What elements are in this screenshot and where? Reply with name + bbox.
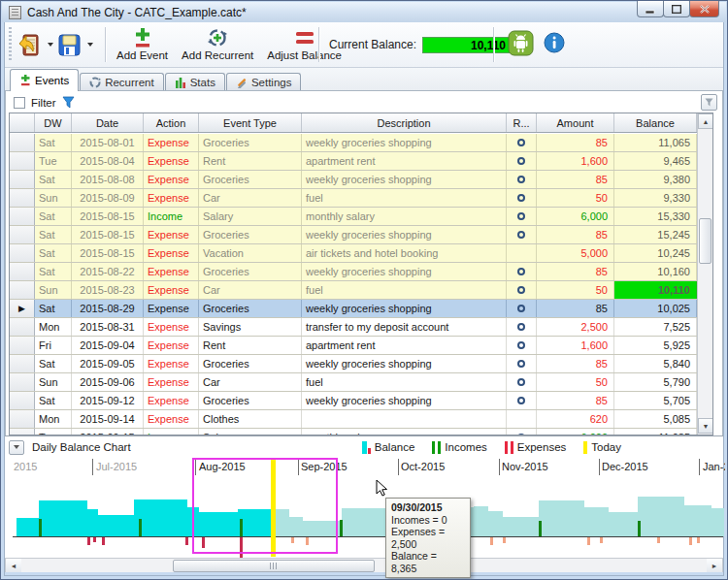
stats-tab-icon xyxy=(175,77,186,88)
table-row[interactable]: Mon2015-09-14ExpenseClothes6205,085 xyxy=(10,410,697,429)
cell-balance: 10,025 xyxy=(614,300,697,317)
row-selector[interactable] xyxy=(10,355,35,372)
table-row[interactable]: Sat2015-09-05ExpenseGroceriesweekly groc… xyxy=(10,355,697,373)
row-selector[interactable] xyxy=(10,410,35,428)
recurrent-icon xyxy=(517,323,525,331)
cell-date: 2015-08-08 xyxy=(72,171,144,188)
row-selector[interactable] xyxy=(10,281,35,299)
col-amount[interactable]: Amount xyxy=(537,113,614,132)
cell-action: Expense xyxy=(144,318,199,336)
table-row[interactable]: ▶Sat2015-08-29ExpenseGroceriesweekly gro… xyxy=(10,300,697,318)
maximize-button[interactable] xyxy=(663,1,690,17)
table-row[interactable]: Tue2015-09-15IncomeSalarymonthly salary6… xyxy=(10,429,697,435)
row-selector[interactable] xyxy=(10,226,35,243)
table-vertical-scrollbar[interactable]: ▲ ▼ xyxy=(697,113,712,435)
table-row[interactable]: Tue2015-08-04ExpenseRentapartment rent1,… xyxy=(10,152,697,171)
table-row[interactable]: Sat2015-08-22ExpenseGroceriesweekly groc… xyxy=(10,263,697,281)
open-dropdown-arrow[interactable] xyxy=(48,43,53,47)
chart-collapse-button[interactable] xyxy=(9,440,24,455)
row-selector[interactable] xyxy=(10,318,35,336)
chart-legend: Balance Incomes Expenses Today xyxy=(362,438,621,456)
minimize-button[interactable] xyxy=(637,1,664,17)
table-row[interactable]: Sat2015-08-15ExpenseVacationair tickets … xyxy=(10,244,697,263)
tab-recurrent[interactable]: Recurrent xyxy=(80,73,164,91)
col-description[interactable]: Description xyxy=(302,113,507,132)
col-recurrent[interactable]: R... xyxy=(507,113,537,132)
row-selector[interactable] xyxy=(10,244,35,262)
chart-selection-box[interactable] xyxy=(192,458,338,554)
filter-checkbox[interactable] xyxy=(14,97,25,109)
chart-plot[interactable]: 2015Jul-2015Aug-2015Sep-2015Oct-2015Nov-… xyxy=(5,458,725,559)
cell-date: 2015-08-09 xyxy=(72,189,144,207)
recurrent-icon xyxy=(517,268,525,275)
col-balance[interactable]: Balance xyxy=(614,113,697,132)
cell-recurrent xyxy=(507,410,537,428)
scroll-down-button[interactable]: ▼ xyxy=(698,418,713,434)
row-selector[interactable] xyxy=(10,337,35,354)
today-swatch-icon xyxy=(583,441,587,454)
month-label: Jan-2 xyxy=(703,461,725,472)
table-row[interactable]: Fri2015-09-04ExpenseRentapartment rent1,… xyxy=(10,337,697,355)
table-row[interactable]: Sun2015-09-06ExpenseCarfuel505,790 xyxy=(10,373,697,392)
row-selector[interactable] xyxy=(10,263,35,280)
cell-recurrent xyxy=(507,318,537,336)
row-selector[interactable] xyxy=(10,134,35,151)
info-button[interactable] xyxy=(544,32,565,57)
toolbar-grip[interactable] xyxy=(9,27,12,62)
col-event-type[interactable]: Event Type xyxy=(199,113,302,132)
table-row[interactable]: Sat2015-08-08ExpenseGroceriesweekly groc… xyxy=(10,171,697,189)
title-bar[interactable]: Cash And The City - CATC_Example.catc* xyxy=(2,2,726,22)
add-event-button[interactable]: Add Event xyxy=(110,23,175,66)
cell-recurrent xyxy=(507,171,537,188)
cell-recurrent xyxy=(507,392,537,409)
table-row[interactable]: Sat2015-08-01ExpenseGroceriesweekly groc… xyxy=(10,134,697,152)
cell-recurrent xyxy=(507,189,537,207)
cell-recurrent xyxy=(507,244,537,262)
table-row[interactable]: Mon2015-08-31ExpenseSavingstransfer to m… xyxy=(10,318,697,337)
row-selector[interactable] xyxy=(10,429,35,435)
cell-action: Expense xyxy=(144,392,199,409)
scroll-up-button[interactable]: ▲ xyxy=(698,113,713,129)
save-button[interactable] xyxy=(57,33,82,57)
open-file-button[interactable] xyxy=(17,32,42,58)
add-recurrent-button[interactable]: Add Recurrent xyxy=(175,23,260,66)
tab-events[interactable]: Events xyxy=(10,69,79,91)
horizontal-scroll-thumb[interactable] xyxy=(173,560,375,572)
scroll-right-button[interactable]: ► xyxy=(707,559,722,573)
recurrent-icon xyxy=(517,176,525,183)
table-row[interactable]: Sun2015-08-09ExpenseCarfuel509,330 xyxy=(10,189,697,208)
cell-action: Expense xyxy=(144,152,199,170)
balance-area-segment-future xyxy=(584,507,609,536)
row-selector[interactable] xyxy=(10,189,35,207)
cell-recurrent xyxy=(507,152,537,170)
save-dropdown-arrow[interactable] xyxy=(87,43,93,47)
window-title: Cash And The City - CATC_Example.catc* xyxy=(27,6,247,19)
row-selector[interactable] xyxy=(10,171,35,188)
vertical-scroll-thumb[interactable] xyxy=(699,218,711,264)
row-selector[interactable] xyxy=(10,392,35,409)
tab-stats[interactable]: Stats xyxy=(165,73,225,91)
settings-tab-icon xyxy=(236,77,248,88)
expense-tick-future xyxy=(600,537,603,543)
tab-settings[interactable]: Settings xyxy=(226,73,302,91)
android-app-button[interactable] xyxy=(508,30,534,60)
table-row[interactable]: Sat2015-09-12ExpenseGroceriesweekly groc… xyxy=(10,392,697,410)
cell-action: Expense xyxy=(144,410,199,428)
filter-options-button[interactable] xyxy=(701,94,717,111)
col-action[interactable]: Action xyxy=(144,113,199,132)
cell-balance: 5,085 xyxy=(614,410,697,428)
scroll-left-button[interactable]: ◄ xyxy=(6,559,21,573)
cell-event-type: Savings xyxy=(199,318,302,336)
col-date[interactable]: Date xyxy=(72,113,144,132)
scroll-grip xyxy=(270,563,279,569)
row-selector[interactable]: ▶ xyxy=(10,300,35,317)
col-dw[interactable]: DW xyxy=(35,113,72,132)
cell-recurrent xyxy=(507,429,537,435)
row-selector[interactable] xyxy=(10,373,35,391)
table-row[interactable]: Sat2015-08-15IncomeSalarymonthly salary6… xyxy=(10,208,697,226)
row-selector[interactable] xyxy=(10,152,35,170)
table-row[interactable]: Sat2015-08-15ExpenseGroceriesweekly groc… xyxy=(10,226,697,244)
close-button[interactable] xyxy=(689,1,719,17)
table-row[interactable]: Sun2015-08-23ExpenseCarfuel5010,110 xyxy=(10,281,697,300)
row-selector[interactable] xyxy=(10,208,35,225)
